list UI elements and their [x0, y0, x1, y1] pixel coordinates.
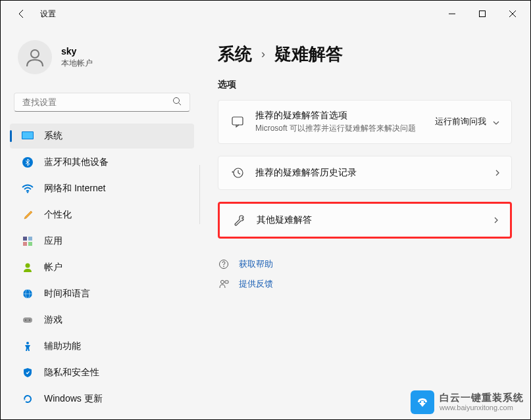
card-title: 推荐的疑难解答历史记录 [255, 167, 485, 179]
window-title: 设置 [40, 9, 56, 20]
accessibility-icon [22, 340, 34, 352]
svg-rect-11 [23, 242, 27, 246]
user-type: 本地帐户 [61, 58, 93, 69]
svg-point-26 [221, 280, 224, 283]
nav-label: 应用 [44, 235, 63, 247]
svg-rect-27 [225, 281, 228, 283]
nav-accounts[interactable]: 帐户 [10, 255, 194, 280]
dropdown-action[interactable]: 运行前询问我 [435, 116, 499, 128]
nav-personalization[interactable]: 个性化 [10, 202, 194, 227]
maximize-button[interactable] [467, 3, 497, 24]
svg-rect-12 [28, 242, 32, 246]
get-help-link[interactable]: 获取帮助 [218, 254, 512, 274]
update-icon [22, 393, 34, 405]
search-icon [172, 97, 182, 108]
globe-icon [22, 288, 34, 300]
nav-bluetooth[interactable]: 蓝牙和其他设备 [10, 150, 194, 175]
svg-point-25 [223, 266, 224, 267]
svg-rect-10 [28, 237, 32, 241]
svg-point-20 [29, 319, 30, 321]
breadcrumb: 系统 › 疑难解答 [218, 43, 512, 66]
shield-icon [22, 367, 34, 379]
card-history[interactable]: 推荐的疑难解答历史记录 [218, 156, 512, 190]
chevron-down-icon [493, 117, 499, 127]
sidebar: sky 本地帐户 系统 蓝牙和其他设备 网络和 Internet [1, 27, 198, 419]
apps-icon [22, 235, 34, 247]
divider [199, 165, 200, 224]
svg-rect-22 [232, 117, 243, 125]
nav-gaming[interactable]: 游戏 [10, 308, 194, 333]
chat-icon [230, 114, 245, 129]
nav-label: 帐户 [44, 262, 63, 273]
nav-label: Windows 更新 [44, 393, 103, 405]
svg-rect-6 [22, 132, 33, 139]
nav-system[interactable]: 系统 [10, 124, 194, 149]
svg-point-21 [26, 342, 29, 344]
section-title: 选项 [218, 79, 512, 91]
help-links: 获取帮助 提供反馈 [218, 254, 512, 294]
nav-label: 系统 [44, 130, 63, 142]
wrench-icon [232, 213, 246, 227]
nav-list: 系统 蓝牙和其他设备 网络和 Internet 个性化 应用 帐户 [6, 120, 198, 413]
nav-privacy[interactable]: 隐私和安全性 [10, 360, 194, 385]
nav-apps[interactable]: 应用 [10, 229, 194, 254]
titlebar: 设置 [1, 1, 530, 27]
close-button[interactable] [497, 3, 528, 24]
chevron-right-icon [495, 167, 499, 179]
watermark-title: 白云一键重装系统 [440, 392, 524, 404]
nav-label: 隐私和安全性 [44, 367, 99, 379]
help-icon [218, 258, 230, 270]
svg-rect-1 [480, 11, 486, 17]
user-name: sky [61, 46, 93, 57]
feedback-icon [218, 278, 230, 290]
breadcrumb-current: 疑难解答 [274, 43, 343, 66]
watermark: 白云一键重装系统 www.baiyunxitong.com [411, 390, 524, 414]
svg-point-19 [25, 319, 26, 321]
history-icon [230, 166, 245, 180]
svg-point-2 [31, 50, 39, 58]
minimize-button[interactable] [437, 3, 467, 24]
bluetooth-icon [22, 156, 34, 168]
brush-icon [22, 209, 34, 221]
nav-label: 游戏 [44, 314, 63, 326]
card-title: 推荐的疑难解答首选项 [255, 110, 424, 122]
nav-network[interactable]: 网络和 Internet [10, 176, 194, 201]
system-icon [22, 130, 34, 142]
wifi-icon [22, 183, 34, 195]
chevron-right-icon [494, 214, 498, 226]
svg-point-13 [26, 264, 30, 268]
back-button[interactable] [15, 7, 28, 20]
feedback-link[interactable]: 提供反馈 [218, 274, 512, 294]
nav-label: 个性化 [44, 209, 72, 221]
nav-label: 网络和 Internet [44, 183, 105, 195]
search-input[interactable] [22, 97, 172, 107]
breadcrumb-root[interactable]: 系统 [218, 43, 252, 66]
watermark-url: www.baiyunxitong.com [440, 404, 524, 412]
search-box[interactable] [14, 93, 190, 112]
nav-accessibility[interactable]: 辅助功能 [10, 334, 194, 359]
card-recommended-preferences[interactable]: 推荐的疑难解答首选项 Microsoft 可以推荐并运行疑难解答来解决问题 运行… [218, 100, 512, 144]
chevron-right-icon: › [261, 47, 265, 61]
card-other-troubleshoot[interactable]: 其他疑难解答 [218, 202, 512, 239]
nav-label: 辅助功能 [44, 340, 81, 352]
svg-rect-18 [23, 317, 32, 323]
watermark-icon [411, 390, 434, 414]
user-block[interactable]: sky 本地帐户 [6, 34, 198, 87]
svg-point-3 [174, 97, 180, 103]
nav-label: 时间和语言 [44, 288, 90, 300]
gamepad-icon [22, 314, 34, 326]
main-content: 系统 › 疑难解答 选项 推荐的疑难解答首选项 Microsoft 可以推荐并运… [198, 27, 530, 419]
svg-line-4 [179, 103, 182, 105]
avatar [18, 40, 52, 74]
nav-label: 蓝牙和其他设备 [44, 156, 109, 168]
person-icon [22, 262, 34, 273]
svg-rect-9 [23, 237, 27, 241]
nav-windows-update[interactable]: Windows 更新 [10, 386, 194, 411]
svg-point-8 [27, 191, 28, 193]
card-title: 其他疑难解答 [257, 214, 484, 226]
card-subtitle: Microsoft 可以推荐并运行疑难解答来解决问题 [255, 123, 424, 134]
nav-time-language[interactable]: 时间和语言 [10, 281, 194, 306]
